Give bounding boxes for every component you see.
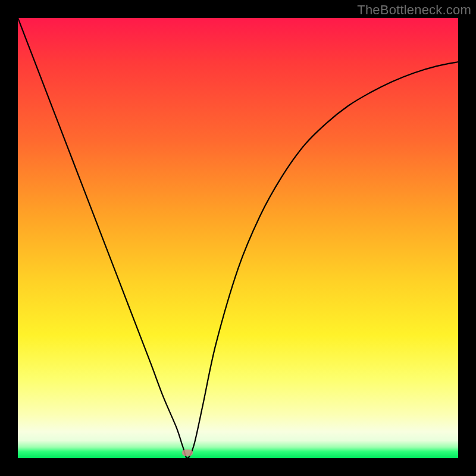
bottleneck-curve — [18, 18, 458, 458]
plot-area — [18, 18, 458, 458]
minimum-marker — [182, 450, 193, 456]
watermark-text: TheBottleneck.com — [357, 2, 471, 18]
chart-frame: TheBottleneck.com — [0, 0, 476, 476]
